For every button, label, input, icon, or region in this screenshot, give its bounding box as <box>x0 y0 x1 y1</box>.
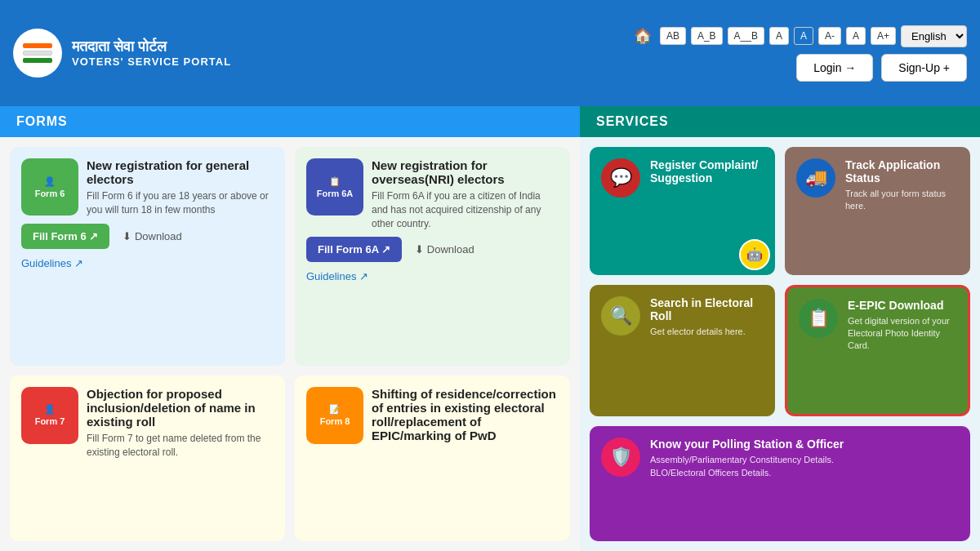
form6a-actions: Fill Form 6A ↗ ⬇ Download <box>306 237 559 262</box>
form8-card: 📝 Form 8 Shifting of residence/correctio… <box>295 375 570 541</box>
form6a-top: 📋 Form 6A New registration for overseas(… <box>306 158 559 230</box>
header-title: मतदाता सेवा पोर्टल VOTERS' SERVICE PORTA… <box>72 38 231 68</box>
auth-controls: Login → Sign-Up + <box>796 54 967 82</box>
form6-guidelines: Guidelines ↗ <box>21 256 274 270</box>
epic-download-card[interactable]: 📋 E-EPIC Download Get digital version of… <box>785 285 970 417</box>
form6a-icon: 📋 <box>329 176 341 187</box>
polling-text: Know your Polling Station & Officer Asse… <box>650 438 844 479</box>
form7-info: Objection for proposed inclusion/deletio… <box>87 387 274 460</box>
form6a-card: 📋 Form 6A New registration for overseas(… <box>295 147 570 366</box>
epic-text: E-EPIC Download Get digital version of y… <box>848 299 956 353</box>
form6a-info: New registration for overseas(NRI) elect… <box>372 158 559 230</box>
form7-card: 👤 Form 7 Objection for proposed inclusio… <box>10 375 285 541</box>
form7-icon: 👤 <box>44 404 56 415</box>
font-a-minus-btn[interactable]: A- <box>818 27 841 45</box>
font-a-btn[interactable]: A <box>769 27 789 45</box>
polling-desc-1: Assembly/Parliamentary Constituency Deta… <box>650 454 844 466</box>
form6-badge: 👤 Form 6 <box>21 158 78 216</box>
polling-title: Know your Polling Station & Officer <box>650 438 844 451</box>
header-right: 🏠 AB A_B A__B A A A- A A+ English हिन्दी… <box>630 25 967 82</box>
register-complaint-card[interactable]: 💬 Register Complaint/ Suggestion 🤖 <box>590 147 775 275</box>
form6-actions: Fill Form 6 ↗ ⬇ Download <box>21 224 274 249</box>
track-application-card[interactable]: 🚚 Track Application Status Track all you… <box>785 147 970 275</box>
form6a-label: Form 6A <box>317 189 354 198</box>
search-desc: Get elector details here. <box>650 326 764 338</box>
form6-desc: Fill Form 6 if you are 18 years or above… <box>87 189 274 217</box>
top-controls: 🏠 AB A_B A__B A A A- A A+ English हिन्दी <box>630 25 967 47</box>
form6-label: Form 6 <box>35 189 65 198</box>
forms-header-label: FORMS <box>16 114 68 128</box>
epic-title: E-EPIC Download <box>848 299 956 312</box>
form6-guidelines-link[interactable]: Guidelines ↗ <box>21 257 83 269</box>
fill-form6-button[interactable]: Fill Form 6 ↗ <box>21 224 109 249</box>
portal-title-english: VOTERS' SERVICE PORTAL <box>72 56 231 68</box>
form6-card: 👤 Form 6 New registration for general el… <box>10 147 285 366</box>
form7-top: 👤 Form 7 Objection for proposed inclusio… <box>21 387 274 460</box>
logo-circle <box>13 29 62 78</box>
form6a-badge: 📋 Form 6A <box>306 158 363 216</box>
header-left: मतदाता सेवा पोर्टल VOTERS' SERVICE PORTA… <box>13 29 231 78</box>
stripe-orange <box>23 43 52 48</box>
font-a--b-btn[interactable]: A__B <box>728 27 764 45</box>
services-section-header: SERVICES <box>580 106 980 137</box>
complaint-text: Register Complaint/ Suggestion <box>650 158 764 188</box>
form6a-guidelines: Guidelines ↗ <box>306 269 559 283</box>
polling-desc-2: BLO/Electoral Officers Details. <box>650 467 844 479</box>
complaint-icon: 💬 <box>610 167 632 189</box>
track-icon: 🚚 <box>805 167 827 189</box>
complaint-title: Register Complaint/ Suggestion <box>650 158 764 184</box>
signup-button[interactable]: Sign-Up + <box>881 54 967 82</box>
font-a-b-btn[interactable]: A_B <box>691 27 723 45</box>
track-desc: Track all your form status here. <box>845 188 959 213</box>
font-a-normal-btn[interactable]: A <box>846 27 866 45</box>
epic-desc: Get digital version of your Electoral Ph… <box>848 315 956 353</box>
polling-icon: 🛡️ <box>610 447 632 468</box>
polling-icon-circle: 🛡️ <box>601 438 640 477</box>
services-header-label: SERVICES <box>596 114 669 128</box>
search-text: Search in Electoral Roll Get elector det… <box>650 296 764 338</box>
epic-icon: 📋 <box>808 308 830 329</box>
form7-label: Form 7 <box>35 416 65 426</box>
fill-form6a-button[interactable]: Fill Form 6A ↗ <box>306 237 402 262</box>
chatbot-icon[interactable]: 🤖 <box>739 239 770 270</box>
form6a-guidelines-link[interactable]: Guidelines ↗ <box>306 270 368 282</box>
form8-label: Form 8 <box>320 416 350 426</box>
form6a-desc: Fill Form 6A if you are a citizen of Ind… <box>372 189 559 230</box>
stripe-white <box>23 51 52 56</box>
forms-section-header: FORMS <box>0 106 580 137</box>
forms-cards-grid: 👤 Form 6 New registration for general el… <box>0 137 580 551</box>
form7-title: Objection for proposed inclusion/deletio… <box>87 387 274 429</box>
form8-info: Shifting of residence/correction of entr… <box>372 387 559 446</box>
portal-title-hindi: मतदाता सेवा पोर्टल <box>72 38 231 56</box>
search-electoral-icon: 🔍 <box>610 305 632 327</box>
language-select[interactable]: English हिन्दी <box>901 25 967 47</box>
form8-title: Shifting of residence/correction of entr… <box>372 387 559 442</box>
home-icon-btn[interactable]: 🏠 <box>630 25 655 47</box>
form6-icon: 👤 <box>44 176 56 187</box>
font-a-active-btn[interactable]: A <box>794 27 813 45</box>
form6-download-link[interactable]: ⬇ Download <box>122 230 181 242</box>
stripe-green <box>23 58 52 63</box>
header: मतदाता सेवा पोर्टल VOTERS' SERVICE PORTA… <box>0 0 980 106</box>
search-title: Search in Electoral Roll <box>650 296 764 322</box>
complaint-icon-circle: 💬 <box>601 158 640 198</box>
know-polling-card[interactable]: 🛡️ Know your Polling Station & Officer A… <box>590 426 970 541</box>
search-electoral-card[interactable]: 🔍 Search in Electoral Roll Get elector d… <box>590 285 775 417</box>
form6-title: New registration for general electors <box>87 158 274 186</box>
search-icon-circle: 🔍 <box>601 296 640 335</box>
form8-icon: 📝 <box>329 404 341 415</box>
form7-desc: Fill Form 7 to get name deleted from the… <box>87 432 274 460</box>
logo-stripes <box>23 38 52 68</box>
form6-top: 👤 Form 6 New registration for general el… <box>21 158 274 217</box>
forms-section: FORMS 👤 Form 6 New registration for gene… <box>0 106 580 551</box>
main-sections: FORMS 👤 Form 6 New registration for gene… <box>0 106 980 551</box>
services-section: SERVICES 💬 Register Complaint/ Suggestio… <box>580 106 980 551</box>
form6-info: New registration for general electors Fi… <box>87 158 274 217</box>
font-ab-btn[interactable]: AB <box>660 27 686 45</box>
track-title: Track Application Status <box>845 158 959 184</box>
form6a-title: New registration for overseas(NRI) elect… <box>372 158 559 186</box>
font-a-plus-btn[interactable]: A+ <box>871 27 896 45</box>
form6a-download-link[interactable]: ⬇ Download <box>415 243 474 256</box>
form8-top: 📝 Form 8 Shifting of residence/correctio… <box>306 387 559 446</box>
login-button[interactable]: Login → <box>796 54 873 82</box>
